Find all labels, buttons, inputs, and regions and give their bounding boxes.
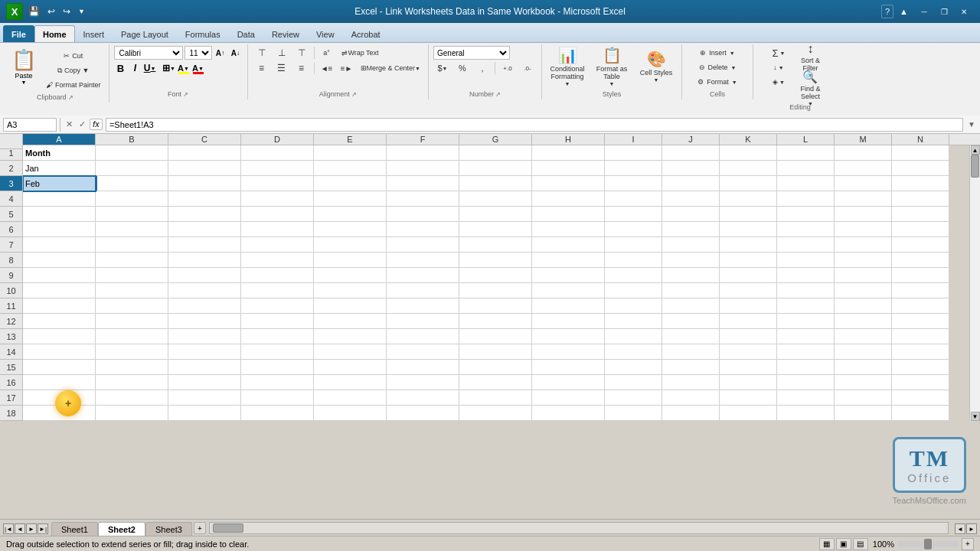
cell-b2[interactable] [96, 161, 168, 176]
bold-button[interactable]: B [114, 61, 128, 75]
cell-c3[interactable] [168, 176, 241, 191]
cell-k3[interactable] [720, 176, 777, 191]
cell-b4[interactable] [96, 191, 168, 207]
cell-c1[interactable] [168, 145, 241, 161]
cell-b18[interactable] [96, 406, 168, 421]
cell-c9[interactable] [168, 268, 241, 283]
cell-n15[interactable] [892, 360, 949, 375]
cell-d9[interactable] [241, 268, 314, 283]
cell-n7[interactable] [892, 237, 949, 253]
alignment-expand[interactable]: ↗ [351, 91, 357, 98]
sheet-tab-sheet3[interactable]: Sheet3 [145, 522, 192, 536]
h-scroll-thumb[interactable] [213, 523, 243, 533]
cell-j14[interactable] [662, 344, 720, 360]
comma-btn[interactable]: , [473, 61, 492, 75]
cell-g8[interactable] [459, 253, 532, 268]
increase-font-btn[interactable]: A↑ [214, 46, 227, 60]
cell-l10[interactable] [777, 283, 835, 298]
cell-k5[interactable] [720, 207, 777, 222]
cell-d1[interactable] [241, 145, 314, 161]
cell-d3[interactable] [241, 176, 314, 191]
cell-h7[interactable] [532, 237, 605, 253]
cell-h1[interactable] [532, 145, 605, 161]
cell-d13[interactable] [241, 329, 314, 344]
cell-b8[interactable] [96, 253, 168, 268]
row-header-12[interactable]: 12 [0, 314, 23, 329]
cell-g9[interactable] [459, 268, 532, 283]
row-header-13[interactable]: 13 [0, 329, 23, 344]
row-header-15[interactable]: 15 [0, 360, 23, 375]
cell-a16[interactable] [23, 375, 96, 390]
cell-f18[interactable] [387, 406, 459, 421]
cell-c17[interactable] [168, 390, 241, 406]
increase-decimal-btn[interactable]: +.0 [498, 61, 517, 75]
insert-function-btn[interactable]: fx [90, 119, 103, 130]
cell-d10[interactable] [241, 283, 314, 298]
row-header-16[interactable]: 16 [0, 375, 23, 390]
cell-l8[interactable] [777, 253, 835, 268]
cell-f10[interactable] [387, 283, 459, 298]
tab-page-layout[interactable]: Page Layout [113, 25, 177, 42]
cell-i15[interactable] [605, 360, 662, 375]
h-scroll-right[interactable]: ► [966, 523, 977, 534]
cell-g14[interactable] [459, 344, 532, 360]
align-top-btn[interactable]: ⊤ [253, 46, 271, 60]
cell-m2[interactable] [835, 161, 892, 176]
tab-file[interactable]: File [3, 25, 34, 42]
col-header-j[interactable]: J [662, 134, 720, 145]
cell-m14[interactable] [835, 344, 892, 360]
underline-button[interactable]: U▼ [143, 61, 157, 75]
cell-m17[interactable] [835, 390, 892, 406]
cell-e3[interactable] [314, 176, 387, 191]
vertical-scrollbar[interactable]: ▲ ▼ [969, 145, 980, 421]
cell-f12[interactable] [387, 314, 459, 329]
cell-d16[interactable] [241, 375, 314, 390]
cell-e16[interactable] [314, 375, 387, 390]
cell-n14[interactable] [892, 344, 949, 360]
number-expand[interactable]: ↗ [495, 91, 501, 98]
cell-g4[interactable] [459, 191, 532, 207]
col-header-k[interactable]: K [720, 134, 777, 145]
cell-i12[interactable] [605, 314, 662, 329]
cell-c16[interactable] [168, 375, 241, 390]
cell-f4[interactable] [387, 191, 459, 207]
cell-g12[interactable] [459, 314, 532, 329]
cell-j16[interactable] [662, 375, 720, 390]
cell-f3[interactable] [387, 176, 459, 191]
cell-g17[interactable] [459, 390, 532, 406]
cell-g11[interactable] [459, 298, 532, 314]
cell-n9[interactable] [892, 268, 949, 283]
row-header-11[interactable]: 11 [0, 298, 23, 314]
cell-b10[interactable] [96, 283, 168, 298]
font-expand[interactable]: ↗ [183, 91, 188, 98]
cancel-formula-btn[interactable]: ✕ [64, 119, 75, 130]
cell-h6[interactable] [532, 222, 605, 237]
align-right-btn[interactable]: ≡ [292, 61, 311, 75]
cell-l4[interactable] [777, 191, 835, 207]
tab-acrobat[interactable]: Acrobat [343, 25, 389, 42]
cell-f13[interactable] [387, 329, 459, 344]
cell-h17[interactable] [532, 390, 605, 406]
cell-h10[interactable] [532, 283, 605, 298]
cell-l5[interactable] [777, 207, 835, 222]
cell-f9[interactable] [387, 268, 459, 283]
cell-h14[interactable] [532, 344, 605, 360]
cell-a12[interactable] [23, 314, 96, 329]
cell-j15[interactable] [662, 360, 720, 375]
col-header-i[interactable]: I [605, 134, 662, 145]
row-header-3[interactable]: 3 [0, 176, 23, 191]
cell-k8[interactable] [720, 253, 777, 268]
row-header-2[interactable]: 2 [0, 161, 23, 176]
cell-g15[interactable] [459, 360, 532, 375]
row-header-10[interactable]: 10 [0, 283, 23, 298]
cell-i8[interactable] [605, 253, 662, 268]
view-normal-btn[interactable]: ▦ [819, 538, 835, 550]
cell-n12[interactable] [892, 314, 949, 329]
cell-b7[interactable] [96, 237, 168, 253]
sheet-nav-next[interactable]: ► [26, 523, 37, 534]
decrease-font-btn[interactable]: A↓ [229, 46, 243, 60]
cell-a2[interactable]: Jan [23, 161, 96, 176]
cell-j9[interactable] [662, 268, 720, 283]
cell-g3[interactable] [459, 176, 532, 191]
cell-a7[interactable] [23, 237, 96, 253]
